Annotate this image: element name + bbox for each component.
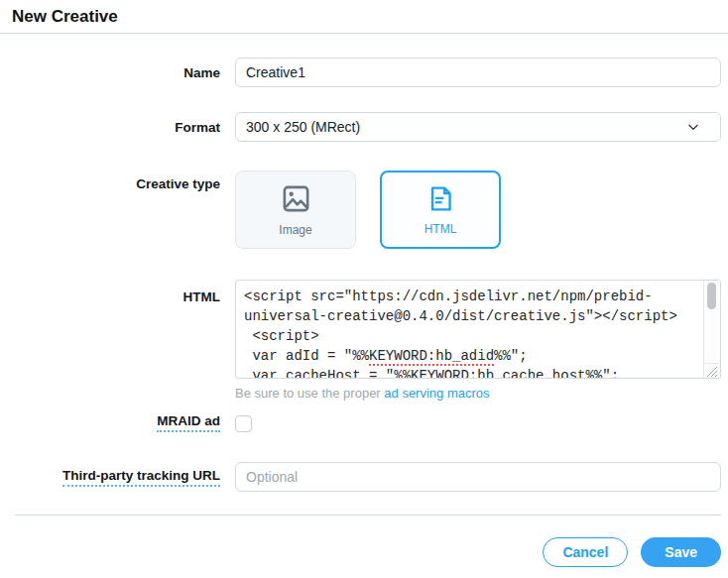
image-icon [281,183,311,214]
spellcheck-squiggle: KEYWORD:hb_cache_host [411,368,585,379]
header-divider [0,33,728,34]
html-doc-icon [426,184,455,213]
save-button[interactable]: Save [641,537,721,567]
creative-type-option-image[interactable]: Image [235,171,356,249]
mraid-checkbox[interactable] [235,415,252,432]
format-selected-value: 300 x 250 (MRect) [246,119,686,135]
editor-scrollbar[interactable] [703,281,720,363]
editor-scrollbar-thumb[interactable] [707,283,716,309]
tracking-url-row: Third-party tracking URL [0,462,728,492]
page-title: New Creative [0,0,728,28]
code-line: universal-creative@0.4.0/dist/creative.j… [244,306,690,326]
format-row: Format 300 x 250 (MRect) [0,112,728,142]
format-label: Format [0,120,220,135]
creative-type-html-label: HTML [425,222,457,236]
format-select[interactable]: 300 x 250 (MRect) [235,112,721,142]
code-line: <script src="https://cdn.jsdelivr.net/np… [244,287,690,306]
html-row: HTML <script src="https://cdn.jsdelivr.n… [0,280,728,401]
name-label: Name [0,65,220,80]
creative-type-row: Creative type Image [0,171,728,249]
new-creative-form: Name Format 300 x 250 (MRect) Creative t… [0,58,728,492]
chevron-down-icon [686,120,700,134]
tracking-url-input[interactable] [235,462,721,492]
resize-grip-icon [704,365,719,378]
html-code-editor[interactable]: <script src="https://cdn.jsdelivr.net/np… [235,280,721,379]
code-line: <script> [244,326,690,346]
footer-actions: Cancel Save [0,537,728,567]
html-label: HTML [0,280,220,401]
creative-type-label: Creative type [0,171,220,249]
macro-hint: Be sure to use the proper ad serving mac… [235,386,721,401]
mraid-label: MRAID ad [157,413,220,432]
ad-serving-macros-link[interactable]: ad serving macros [384,386,489,401]
editor-resize-handle[interactable] [703,363,720,378]
name-row: Name [0,58,728,87]
creative-type-option-html[interactable]: HTML [380,171,501,249]
code-line: var cacheHost = "%%KEYWORD:hb_cache_host… [244,366,690,379]
footer-divider [15,515,721,516]
code-line: var adId = "%%KEYWORD:hb_adid%%"; [244,346,690,366]
tracking-url-label: Third-party tracking URL [62,468,220,487]
mraid-row: MRAID ad [0,413,728,432]
spellcheck-squiggle: KEYWORD:hb_adid [369,348,494,366]
name-input[interactable] [235,58,721,87]
cancel-button[interactable]: Cancel [543,537,628,567]
creative-type-image-label: Image [279,223,311,237]
